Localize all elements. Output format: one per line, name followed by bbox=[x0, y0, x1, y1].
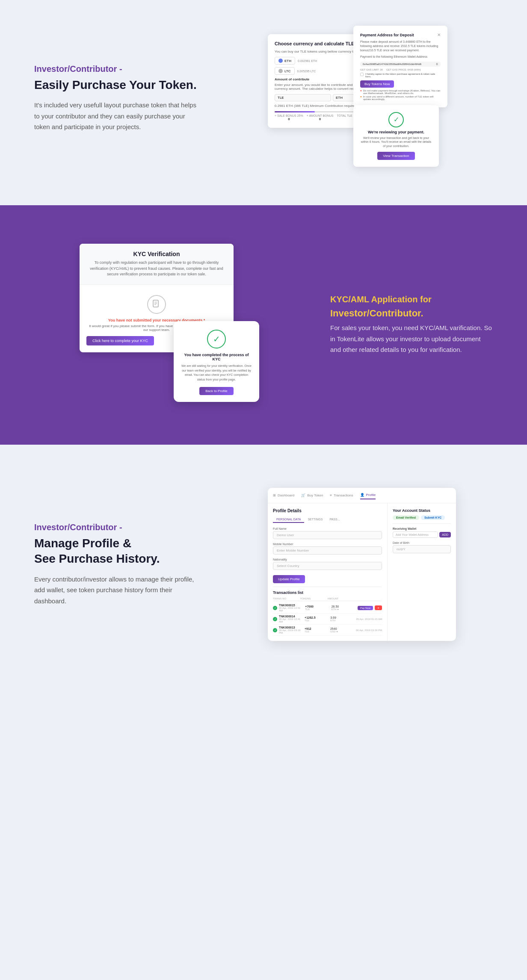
section2-text: KYC/AML Application for Investor/Contrib… bbox=[330, 295, 493, 355]
nav-dashboard[interactable]: ⊞ Dashboard bbox=[273, 492, 294, 499]
section1-text: Investor/Contributor - Easily Purchase Y… bbox=[34, 64, 197, 133]
profile-details-title: Profile Details bbox=[273, 508, 382, 513]
tab-pass[interactable]: PASS... bbox=[326, 517, 343, 523]
warning-row-2: ● In case you send a different amount, n… bbox=[360, 95, 441, 100]
trans-check-icon: ✓ bbox=[273, 617, 277, 621]
table-row: ✓ TNK000014 06 Apr, 2019 12:41 AM +1262.… bbox=[273, 614, 382, 625]
eth-btn[interactable]: ETH bbox=[275, 57, 295, 65]
gas-row: GET GAS LIMIT: 36 GET GAS PRICE: 6435 (k… bbox=[360, 68, 441, 71]
section3-heading: Manage Profile & See Purchase History. bbox=[34, 536, 205, 567]
dob-input[interactable]: m/d/Y bbox=[393, 545, 451, 553]
nav-transactions[interactable]: ≡ Transactions bbox=[330, 492, 353, 499]
table-row: ✓ TNK000015 06 Apr, 2019 12:41 AM +7000 … bbox=[273, 602, 382, 614]
eth-coin-icon bbox=[278, 59, 283, 63]
trans-token-type: TLE bbox=[305, 630, 329, 633]
warning-dot-2: ● bbox=[360, 95, 362, 98]
dob-label: Date of Birth bbox=[393, 541, 451, 544]
warning-row-1: ● Do not make payment through exchange (… bbox=[360, 89, 441, 94]
wallet-label: Receiving Wallet bbox=[393, 527, 451, 530]
agree-checkbox[interactable] bbox=[360, 73, 364, 76]
buy-tokens-btn[interactable]: Buy Tokens Now bbox=[360, 80, 394, 88]
profile-tabs: PERSONAL DATA SETTINGS PASS... bbox=[273, 517, 382, 523]
nav-profile[interactable]: 👤 Profile bbox=[360, 491, 376, 499]
trans-tokens: +1262.5 bbox=[305, 616, 329, 619]
section2-mockup: KYC Verification To comply with regulati… bbox=[34, 244, 305, 406]
trans-header-action bbox=[355, 597, 382, 600]
list-icon: ≡ bbox=[330, 493, 332, 497]
tab-personal[interactable]: PERSONAL DATA bbox=[273, 517, 304, 523]
trans-date: 06 Apr, 2019 03:19 PM bbox=[279, 629, 303, 634]
copy-icon[interactable]: ⎘ bbox=[436, 63, 438, 65]
back-profile-btn[interactable]: Back to Profile bbox=[199, 387, 234, 395]
kyc-click-btn[interactable]: Click here to complete your KYC bbox=[86, 336, 154, 345]
nationality-row: Nationality Select Country bbox=[273, 558, 382, 573]
svg-rect-3 bbox=[154, 304, 156, 305]
mobile-input[interactable]: Enter Mobile Number bbox=[273, 546, 382, 555]
warning-text-1: Do not make payment through exchange (Kr… bbox=[363, 89, 441, 94]
wallet-input-row: Add Your Wallet Address ADD bbox=[393, 531, 451, 538]
kyc-card-header: KYC Verification To comply with regulati… bbox=[80, 244, 234, 285]
trans-amount-col: 3.69 ETH bbox=[330, 616, 354, 622]
cancel-btn[interactable]: ✕ bbox=[375, 605, 382, 610]
trans-no: TNK000015 bbox=[279, 604, 303, 607]
trans-header-no: TRANS NO bbox=[273, 597, 300, 600]
trans-tokens: +7000 bbox=[305, 605, 329, 608]
svg-rect-1 bbox=[154, 302, 157, 302]
wallet-address: 0x4ec09985a014742d15500ab84c83f942cbb494… bbox=[360, 62, 441, 67]
section-profile: Investor/Contributor - Manage Profile & … bbox=[0, 445, 527, 684]
svg-rect-2 bbox=[154, 303, 157, 304]
section3-mockup: ⊞ Dashboard 🛒 Buy Token ≡ Transactions 👤… bbox=[231, 488, 493, 641]
section-purchase: Investor/Contributor - Easily Purchase Y… bbox=[0, 0, 527, 205]
close-icon[interactable]: ✕ bbox=[437, 32, 441, 37]
trans-tokens: +912 bbox=[305, 627, 329, 630]
sale-bonus: + SALE BONUS 25% 0 bbox=[275, 114, 303, 121]
fullname-input[interactable]: Demo User bbox=[273, 531, 382, 539]
trans-no-col: TNK000014 06 Apr, 2019 12:41 AM bbox=[279, 615, 303, 623]
overlay-desc: Please make deposit amount of 3.448860 E… bbox=[360, 40, 441, 52]
kyc-completed-title: You have completed the process of KYC bbox=[181, 353, 252, 361]
nationality-input[interactable]: Select Country bbox=[273, 562, 382, 570]
trans-no: TNK000014 bbox=[279, 615, 303, 618]
overlay-title: Payment Address for Deposit bbox=[360, 33, 414, 37]
mobile-field: Mobile Number Enter Mobile Number bbox=[273, 543, 382, 555]
trans-date: 06 Apr, 2019 12:41 AM bbox=[279, 618, 303, 623]
section2-desc: For sales your token, you need KYC/AML v… bbox=[330, 322, 493, 355]
tab-settings[interactable]: SETTINGS bbox=[304, 517, 326, 523]
trans-right-date: 26 Apr, 2019 01:15 AM bbox=[356, 618, 382, 620]
account-status-title: Your Account Status bbox=[393, 508, 451, 513]
trans-tokens-col: +912 TLE bbox=[305, 627, 329, 633]
pay-now-btn[interactable]: Pay Now bbox=[358, 606, 373, 610]
trans-tokens-col: +7000 TLE bbox=[305, 605, 329, 611]
wallet-add-btn[interactable]: ADD bbox=[439, 532, 451, 537]
payment-overlay-card: Payment Address for Deposit ✕ Please mak… bbox=[353, 26, 447, 107]
warning-dot-1: ● bbox=[360, 89, 362, 92]
table-row: ✓ TNK000013 06 Apr, 2019 03:19 PM +912 T… bbox=[273, 625, 382, 636]
trans-amount-col: 2540 USD ● bbox=[330, 627, 354, 633]
kyc-card-title: KYC Verification bbox=[86, 251, 227, 257]
section1-mockup: Choose currency and calculate TLE tokens… bbox=[222, 26, 493, 171]
kyc-check-icon: ✓ bbox=[207, 330, 226, 348]
total-bonus: TOTAL TLE bbox=[337, 114, 352, 121]
nav-buy-token[interactable]: 🛒 Buy Token bbox=[301, 492, 323, 499]
trans-token-type: TLE bbox=[305, 619, 329, 622]
trans-header-amount: AMOUNT bbox=[328, 597, 355, 600]
tle-input[interactable]: TLE bbox=[275, 94, 331, 101]
wallet-input[interactable]: Add Your Wallet Address bbox=[393, 531, 438, 538]
divider bbox=[393, 523, 451, 524]
confirm-title: We're reviewing your payment. bbox=[360, 130, 432, 134]
amount-bonus: + AMOUNT BONUS 0 bbox=[307, 114, 334, 121]
ltc-coin-icon bbox=[278, 69, 283, 73]
grid-icon: ⊞ bbox=[273, 493, 276, 497]
section1-desc: It's included very usefull layout purcha… bbox=[34, 100, 197, 133]
document-icon bbox=[147, 295, 166, 314]
kyc-card-desc: To comply with regulation each participa… bbox=[86, 260, 227, 277]
update-profile-btn[interactable]: Update Profile bbox=[273, 575, 305, 583]
divider bbox=[273, 587, 382, 587]
section2-label: KYC/AML Application for bbox=[330, 295, 493, 304]
user-icon: 👤 bbox=[360, 493, 364, 497]
ltc-btn[interactable]: LTC bbox=[275, 67, 295, 75]
fullname-label: Full Name bbox=[273, 527, 382, 530]
section1-heading: Easily Purchase Your Token. bbox=[34, 77, 197, 93]
view-transaction-btn[interactable]: View Transaction bbox=[377, 152, 415, 160]
trans-amount: 26.50 bbox=[332, 605, 356, 608]
